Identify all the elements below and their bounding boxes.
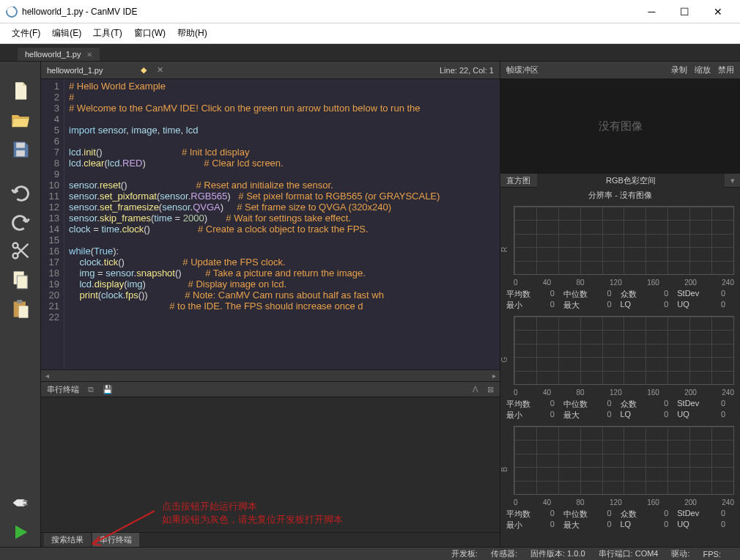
app-logo-icon [4,4,20,20]
paste-button[interactable] [0,295,41,324]
svg-point-3 [13,243,18,248]
terminal-panel: 点击按钮开始运行脚本 如果按钮为灰色，请先复位开发板打开脚本 [41,397,500,532]
framebuffer-label: 帧缓冲区 [506,65,539,75]
histogram-chart-g: G04080120160200240 [503,313,737,398]
code-area[interactable]: # Hello World Example## Welcome to the C… [64,79,500,369]
statusbar: 开发板: 传感器: 固件版本: 1.0.0 串行端口: COM4 驱动: FPS… [0,547,740,560]
collapse-icon[interactable]: ᐱ [473,385,478,394]
left-toolbar [0,62,41,547]
open-file-button[interactable] [0,106,41,135]
copy-button[interactable] [0,265,41,295]
right-panel: 帧缓冲区 录制 缩放 禁用 没有图像 直方图 RGB色彩空间 ▾ 分辨率 - 没… [500,62,740,547]
no-image-label: 没有图像 [599,119,643,133]
histogram-stats-r: 平均数0中位数0众数0StDev0最小0最大0LQ0UQ0 [500,288,740,313]
terminal-title: 串行终端 [47,384,79,395]
framebuffer-header: 帧缓冲区 录制 缩放 禁用 [500,62,740,79]
svg-rect-7 [19,306,29,317]
editor-close-icon[interactable]: ✕ [157,65,163,75]
menu-edit[interactable]: 编辑(E) [46,24,87,43]
save-terminal-icon[interactable]: 💾 [103,385,113,394]
save-button[interactable] [0,135,41,164]
line-gutter: 12345678910111213141516171819202122 [41,79,64,369]
status-drive: 驱动: [671,548,689,559]
histogram-chart-r: R04080120160200240 [503,203,737,288]
terminal-header: 串行终端 ⧉ 💾 ᐱ ⊠ [41,381,500,397]
close-button[interactable]: ✕ [701,1,734,23]
svg-rect-9 [23,501,28,502]
status-board: 开发板: [451,548,478,559]
maximize-button[interactable]: ☐ [668,1,701,23]
colorspace-select[interactable]: RGB色彩空间 [537,174,725,188]
status-sensor: 传感器: [491,548,517,559]
histogram-stats-g: 平均数0中位数0众数0StDev0最小0最大0LQ0UQ0 [500,398,740,423]
document-tabstrip: helloworld_1.py ✕ [0,44,740,62]
connect-button[interactable] [0,488,41,517]
tab-close-icon[interactable]: ✕ [86,51,92,59]
svg-rect-8 [17,300,22,303]
document-tab[interactable]: helloworld_1.py ✕ [18,48,100,61]
scroll-left-icon[interactable]: ◂ [41,372,53,380]
svg-point-2 [13,254,18,259]
code-editor[interactable]: 12345678910111213141516171819202122 # He… [41,79,500,369]
histogram-chart-b: B04080120160200240 [503,423,737,508]
editor-filename: helloworld_1.py [47,66,103,75]
modified-indicator-icon: ◆ [141,65,147,75]
titlebar: helloworld_1.py - CanMV IDE ─ ☐ ✕ [0,0,740,23]
status-fps: FPS: [703,550,721,559]
redo-button[interactable] [0,207,41,236]
cursor-position: Line: 22, Col: 1 [440,66,494,75]
close-terminal-icon[interactable]: ⊠ [487,385,494,394]
menu-window[interactable]: 窗口(W) [128,24,171,43]
editor-h-scrollbar[interactable]: ◂ ▸ [41,369,500,381]
undo-button[interactable] [0,177,41,207]
histogram-header: 直方图 RGB色彩空间 ▾ [500,173,740,188]
editor-header: helloworld_1.py ◆ ✕ Line: 22, Col: 1 [41,62,500,79]
run-button[interactable] [0,517,41,547]
svg-rect-5 [17,276,27,289]
frame-preview: 没有图像 [500,79,740,173]
menu-help[interactable]: 帮助(H) [171,24,213,43]
annotation-text: 点击按钮开始运行脚本 如果按钮为灰色，请先复位开发板打开脚本 [162,500,343,526]
window-title: helloworld_1.py - CanMV IDE [22,7,635,17]
cut-button[interactable] [0,236,41,265]
menubar: 文件(F) 编辑(E) 工具(T) 窗口(W) 帮助(H) [0,23,740,44]
disable-button[interactable]: 禁用 [718,65,734,75]
status-firmware: 固件版本: 1.0.0 [530,548,585,559]
histogram-label: 直方图 [500,175,536,186]
histogram-stats-b: 平均数0中位数0众数0StDev0最小0最大0LQ0UQ0 [500,508,740,533]
svg-rect-0 [16,143,25,148]
menu-tools[interactable]: 工具(T) [87,24,127,43]
record-button[interactable]: 录制 [671,65,687,75]
zoom-button[interactable]: 缩放 [695,65,711,75]
tab-search-results[interactable]: 搜索结果 [44,533,91,547]
scroll-right-icon[interactable]: ▸ [488,372,500,380]
svg-rect-1 [16,150,25,156]
svg-rect-10 [23,504,28,505]
annotation-arrow-icon [85,507,158,551]
status-port: 串行端口: COM4 [599,548,659,559]
tab-label: helloworld_1.py [25,50,81,59]
chevron-down-icon[interactable]: ▾ [725,176,740,185]
chart-icon[interactable]: ⧉ [88,385,94,394]
menu-file[interactable]: 文件(F) [6,24,46,43]
new-file-button[interactable] [0,76,41,106]
minimize-button[interactable]: ─ [635,1,668,23]
resolution-title: 分辨率 - 没有图像 [500,188,740,203]
